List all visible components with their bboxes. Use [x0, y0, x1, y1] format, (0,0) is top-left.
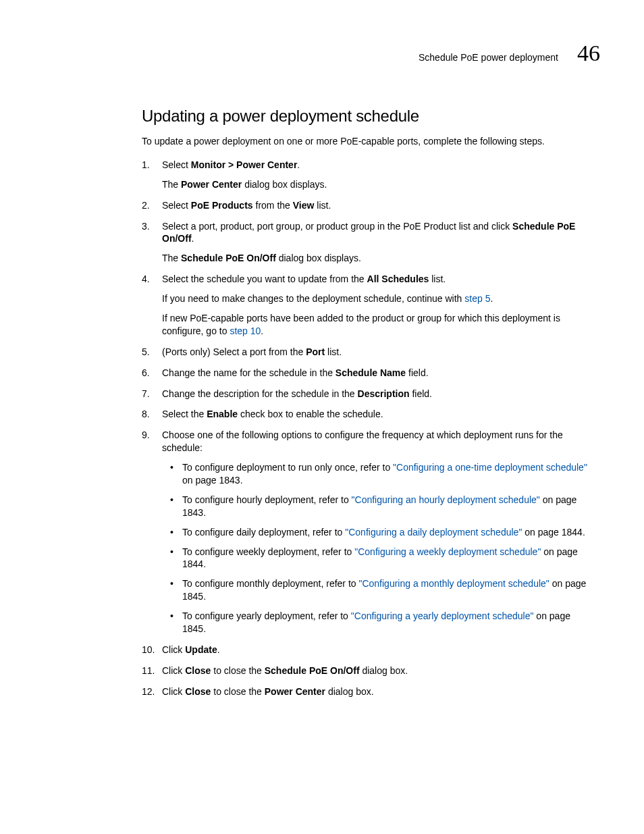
bullet-hourly: To configure hourly deployment, refer to…	[162, 494, 590, 519]
page: Schedule PoE power deployment 46 Updatin…	[0, 0, 644, 747]
list-name: All Schedules	[367, 273, 429, 284]
text: dialog box.	[325, 686, 374, 697]
text: To configure daily deployment, refer to	[182, 527, 345, 538]
step-11: Click Close to close the Schedule PoE On…	[142, 664, 590, 677]
text: If you need to make changes to the deplo…	[162, 293, 464, 304]
bullet-weekly: To configure weekly deployment, refer to…	[162, 546, 590, 571]
step-4: Select the schedule you want to update f…	[142, 273, 590, 338]
text: .	[490, 293, 493, 304]
step-6: Change the name for the schedule in the …	[142, 367, 590, 380]
text: .	[217, 644, 220, 655]
dialog-name: Schedule PoE On/Off	[265, 665, 360, 676]
field-name: Schedule Name	[336, 367, 406, 378]
step-4-sub-1: If you need to make changes to the deplo…	[162, 292, 590, 305]
text: Click	[162, 644, 185, 655]
text: dialog box displays.	[276, 253, 361, 263]
link-weekly[interactable]: "Configuring a weekly deployment schedul…	[354, 546, 541, 557]
text: Change the name for the schedule in the	[162, 367, 336, 378]
page-header: Schedule PoE power deployment 46	[54, 41, 600, 66]
text: To configure yearly deployment, refer to	[182, 610, 351, 621]
menu-path: Monitor > Power Center	[191, 159, 298, 170]
link-step-10[interactable]: step 10	[230, 325, 261, 336]
dialog-name: Schedule PoE On/Off	[181, 253, 276, 263]
text: Select a port, product, port group, or p…	[162, 221, 512, 232]
text: field.	[410, 388, 432, 399]
step-8: Select the Enable check box to enable th…	[142, 408, 590, 421]
text: field.	[406, 367, 428, 378]
step-1: Select Monitor > Power Center. The Power…	[142, 159, 590, 191]
text: from the	[253, 200, 293, 211]
link-step-5[interactable]: step 5	[464, 293, 490, 304]
text: (Ports only) Select a port from the	[162, 346, 306, 357]
text: on page 1843.	[182, 475, 243, 486]
text: to close the	[211, 665, 264, 676]
text: Select the	[162, 409, 207, 419]
step-5: (Ports only) Select a port from the Port…	[142, 346, 590, 359]
link-daily[interactable]: "Configuring a daily deployment schedule…	[345, 527, 522, 538]
link-hourly[interactable]: "Configuring an hourly deployment schedu…	[352, 494, 540, 505]
content-area: Updating a power deployment schedule To …	[142, 107, 590, 698]
text: The	[162, 179, 181, 190]
text: Click	[162, 665, 185, 676]
dialog-name: Power Center	[181, 179, 242, 190]
button-name: Close	[185, 665, 211, 676]
intro-paragraph: To update a power deployment on one or m…	[142, 135, 590, 148]
text: Select	[162, 200, 191, 211]
text: check box to enable the schedule.	[238, 409, 383, 419]
link-monthly[interactable]: "Configuring a monthly deployment schedu…	[358, 578, 549, 589]
button-name: Update	[185, 644, 217, 655]
text: Choose one of the following options to c…	[162, 429, 563, 453]
text: .	[297, 159, 300, 170]
list-name: View	[293, 200, 315, 211]
step-2: Select PoE Products from the View list.	[142, 199, 590, 212]
text: The	[162, 253, 181, 263]
option-name: PoE Products	[191, 200, 253, 211]
text: Click	[162, 686, 185, 697]
running-title: Schedule PoE power deployment	[419, 52, 558, 63]
text: .	[261, 325, 263, 336]
step-3: Select a port, product, port group, or p…	[142, 220, 590, 265]
text: list.	[314, 200, 331, 211]
field-name: Description	[358, 388, 410, 399]
frequency-options: To configure deployment to run only once…	[162, 461, 590, 635]
chapter-number: 46	[577, 41, 600, 66]
text: To configure weekly deployment, refer to	[182, 546, 354, 557]
link-onetime[interactable]: "Configuring a one-time deployment sched…	[393, 462, 587, 473]
step-4-sub-2: If new PoE-capable ports have been added…	[162, 312, 590, 338]
text: To configure deployment to run only once…	[182, 462, 393, 473]
text: To configure hourly deployment, refer to	[182, 494, 352, 505]
text: on page 1844.	[522, 527, 585, 538]
step-9: Choose one of the following options to c…	[142, 429, 590, 635]
dialog-name: Power Center	[265, 686, 325, 697]
text: To configure monthly deployment, refer t…	[182, 578, 358, 589]
text: If new PoE-capable ports have been added…	[162, 313, 560, 336]
step-12: Click Close to close the Power Center di…	[142, 685, 590, 698]
text: .	[192, 233, 194, 244]
text: Select	[162, 159, 191, 170]
text: list.	[325, 346, 342, 357]
section-title: Updating a power deployment schedule	[142, 107, 590, 126]
link-yearly[interactable]: "Configuring a yearly deployment schedul…	[351, 610, 534, 621]
button-name: Close	[185, 686, 211, 697]
bullet-daily: To configure daily deployment, refer to …	[162, 526, 590, 539]
checkbox-name: Enable	[207, 409, 238, 419]
text: to close the	[211, 686, 264, 697]
bullet-yearly: To configure yearly deployment, refer to…	[162, 610, 590, 635]
bullet-monthly: To configure monthly deployment, refer t…	[162, 577, 590, 603]
text: dialog box.	[360, 665, 408, 676]
step-1-sub: The Power Center dialog box displays.	[162, 178, 590, 191]
step-10: Click Update.	[142, 644, 590, 656]
bullet-onetime: To configure deployment to run only once…	[162, 461, 590, 487]
text: list.	[429, 273, 446, 284]
steps-list: Select Monitor > Power Center. The Power…	[142, 159, 590, 698]
list-name: Port	[306, 346, 325, 357]
text: dialog box displays.	[242, 179, 327, 190]
text: Change the description for the schedule …	[162, 388, 358, 399]
step-7: Change the description for the schedule …	[142, 388, 590, 400]
text: Select the schedule you want to update f…	[162, 273, 367, 284]
step-3-sub: The Schedule PoE On/Off dialog box displ…	[162, 252, 590, 265]
